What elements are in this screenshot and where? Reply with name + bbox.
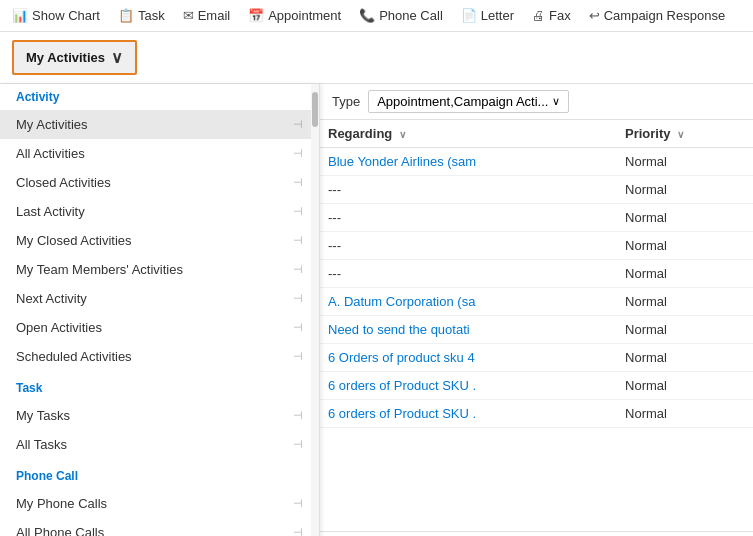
nav-fax-label: Fax — [549, 8, 571, 23]
dropdown-item-my-tasks[interactable]: My Tasks ⊣ — [0, 401, 319, 430]
main-layout: Activity My Activities ⊣ All Activities … — [0, 84, 753, 536]
dropdown-label: My Closed Activities — [16, 233, 132, 248]
dropdown-item-last-activity[interactable]: Last Activity ⊣ — [0, 197, 319, 226]
cell-regarding: --- — [320, 232, 617, 260]
task-section-header: Task — [0, 375, 319, 401]
cell-regarding[interactable]: A. Datum Corporation (sa — [320, 288, 617, 316]
filter-chevron-icon: ∨ — [552, 95, 560, 108]
dropdown-label: Scheduled Activities — [16, 349, 132, 364]
table-row: ---Normal — [320, 204, 753, 232]
cell-regarding[interactable]: 6 orders of Product SKU . — [320, 400, 617, 428]
regarding-link[interactable]: 6 Orders of product sku 4 — [328, 350, 475, 365]
cell-regarding[interactable]: 6 Orders of product sku 4 — [320, 344, 617, 372]
pin-icon: ⊣ — [293, 409, 303, 422]
cell-regarding[interactable]: 6 orders of Product SKU . — [320, 372, 617, 400]
regarding-link[interactable]: 6 orders of Product SKU . — [328, 378, 476, 393]
sort-icon: ∨ — [677, 129, 684, 140]
nav-fax[interactable]: 🖨 Fax — [524, 4, 579, 27]
appointment-icon: 📅 — [248, 8, 264, 23]
bottom-bar: 📞 Phone Call — [320, 531, 753, 536]
data-table: Regarding ∨ Priority ∨ Blue Yonder Airli… — [320, 120, 753, 428]
pin-icon: ⊣ — [293, 234, 303, 247]
dropdown-label: Open Activities — [16, 320, 102, 335]
nav-campaign-response[interactable]: ↩ Campaign Response — [581, 4, 733, 27]
dropdown-item-my-phone-calls[interactable]: My Phone Calls ⊣ — [0, 489, 319, 518]
dropdown-item-all-activities[interactable]: All Activities ⊣ — [0, 139, 319, 168]
regarding-link[interactable]: Blue Yonder Airlines (sam — [328, 154, 476, 169]
nav-task[interactable]: 📋 Task — [110, 4, 173, 27]
chart-icon: 📊 — [12, 8, 28, 23]
nav-task-label: Task — [138, 8, 165, 23]
letter-icon: 📄 — [461, 8, 477, 23]
regarding-link[interactable]: A. Datum Corporation (sa — [328, 294, 475, 309]
dropdown-item-my-activities[interactable]: My Activities ⊣ — [0, 110, 319, 139]
my-activities-title: My Activities — [26, 50, 105, 65]
type-filter-dropdown[interactable]: Appointment,Campaign Acti... ∨ — [368, 90, 569, 113]
dropdown-label: Last Activity — [16, 204, 85, 219]
col-priority[interactable]: Priority ∨ — [617, 120, 753, 148]
dropdown-item-all-phone-calls[interactable]: All Phone Calls ⊣ — [0, 518, 319, 536]
pin-icon: ⊣ — [293, 526, 303, 536]
cell-priority: Normal — [617, 316, 753, 344]
regarding-link[interactable]: 6 orders of Product SKU . — [328, 406, 476, 421]
nav-phone-call[interactable]: 📞 Phone Call — [351, 4, 451, 27]
table-row: 6 orders of Product SKU .Normal — [320, 400, 753, 428]
filter-type-value: Appointment,Campaign Acti... — [377, 94, 548, 109]
col-regarding[interactable]: Regarding ∨ — [320, 120, 617, 148]
pin-icon: ⊣ — [293, 438, 303, 451]
nav-email-label: Email — [198, 8, 231, 23]
nav-appointment[interactable]: 📅 Appointment — [240, 4, 349, 27]
table-row: ---Normal — [320, 232, 753, 260]
task-icon: 📋 — [118, 8, 134, 23]
dropdown-item-all-tasks[interactable]: All Tasks ⊣ — [0, 430, 319, 459]
fax-icon: 🖨 — [532, 8, 545, 23]
sort-icon: ∨ — [399, 129, 406, 140]
content-area: Type Appointment,Campaign Acti... ∨ Rega… — [320, 84, 753, 536]
dropdown-item-closed-activities[interactable]: Closed Activities ⊣ — [0, 168, 319, 197]
campaign-icon: ↩ — [589, 8, 600, 23]
dropdown-item-open-activities[interactable]: Open Activities ⊣ — [0, 313, 319, 342]
filter-type-label: Type — [332, 94, 360, 109]
nav-email[interactable]: ✉ Email — [175, 4, 239, 27]
top-nav: 📊 Show Chart 📋 Task ✉ Email 📅 Appointmen… — [0, 0, 753, 32]
dropdown-item-my-closed-activities[interactable]: My Closed Activities ⊣ — [0, 226, 319, 255]
dropdown-label: All Tasks — [16, 437, 67, 452]
pin-icon: ⊣ — [293, 350, 303, 363]
col-regarding-label: Regarding — [328, 126, 392, 141]
header-section: My Activities ∨ — [0, 32, 753, 84]
pin-icon: ⊣ — [293, 321, 303, 334]
nav-show-chart[interactable]: 📊 Show Chart — [4, 4, 108, 27]
my-activities-button[interactable]: My Activities ∨ — [12, 40, 137, 75]
table-row: A. Datum Corporation (saNormal — [320, 288, 753, 316]
pin-icon: ⊣ — [293, 263, 303, 276]
table-row: Blue Yonder Airlines (samNormal — [320, 148, 753, 176]
table-row: 6 Orders of product sku 4Normal — [320, 344, 753, 372]
cell-regarding: --- — [320, 176, 617, 204]
dropdown-item-team-activities[interactable]: My Team Members' Activities ⊣ — [0, 255, 319, 284]
nav-letter[interactable]: 📄 Letter — [453, 4, 522, 27]
cell-priority: Normal — [617, 148, 753, 176]
chevron-down-icon: ∨ — [111, 48, 123, 67]
dropdown-item-next-activity[interactable]: Next Activity ⊣ — [0, 284, 319, 313]
cell-regarding: --- — [320, 260, 617, 288]
dropdown-label: My Phone Calls — [16, 496, 107, 511]
dropdown-label: All Phone Calls — [16, 525, 104, 536]
cell-priority: Normal — [617, 176, 753, 204]
cell-regarding[interactable]: Blue Yonder Airlines (sam — [320, 148, 617, 176]
nav-letter-label: Letter — [481, 8, 514, 23]
dropdown-item-scheduled-activities[interactable]: Scheduled Activities ⊣ — [0, 342, 319, 371]
dropdown-label: Next Activity — [16, 291, 87, 306]
cell-regarding: --- — [320, 204, 617, 232]
dropdown-panel: Activity My Activities ⊣ All Activities … — [0, 84, 320, 536]
regarding-link[interactable]: Need to send the quotati — [328, 322, 470, 337]
cell-priority: Normal — [617, 260, 753, 288]
pin-icon: ⊣ — [293, 118, 303, 131]
cell-priority: Normal — [617, 400, 753, 428]
cell-regarding[interactable]: Need to send the quotati — [320, 316, 617, 344]
phone-section-header: Phone Call — [0, 463, 319, 489]
pin-icon: ⊣ — [293, 147, 303, 160]
cell-priority: Normal — [617, 232, 753, 260]
table-row: ---Normal — [320, 260, 753, 288]
dropdown-label: My Team Members' Activities — [16, 262, 183, 277]
phone-icon: 📞 — [359, 8, 375, 23]
